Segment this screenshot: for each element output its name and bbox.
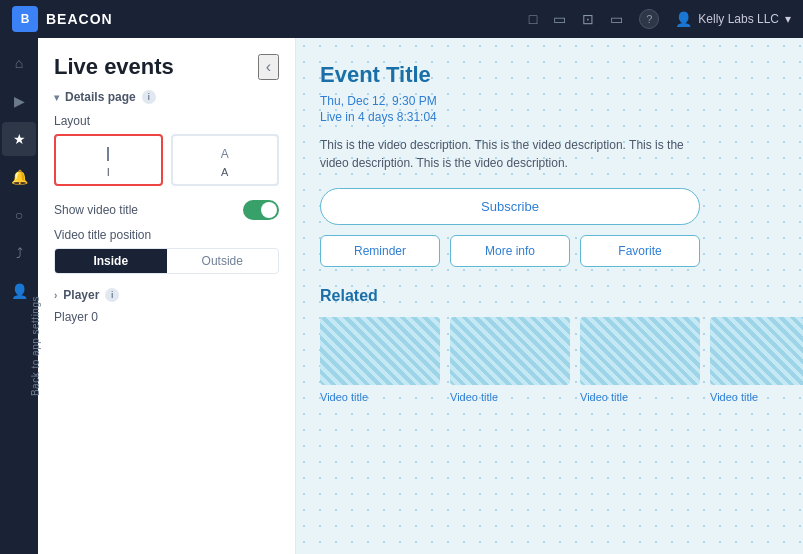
details-page-label: Details page: [65, 90, 136, 104]
video-card-3: Video title: [580, 317, 700, 404]
collapse-button[interactable]: ‹: [258, 54, 279, 80]
video-label-1: Video title: [320, 391, 368, 403]
layout-a-letter: A: [221, 147, 229, 161]
logo-text: BEACON: [46, 11, 113, 27]
layout-i-label: I: [107, 166, 110, 178]
layout-options: I A A: [54, 134, 279, 186]
video-thumbnail-1: [320, 317, 440, 385]
player-info-icon[interactable]: i: [105, 288, 119, 302]
user-icon: 👤: [675, 11, 692, 27]
desktop-icon[interactable]: ⊡: [582, 11, 594, 27]
monitor-icon[interactable]: □: [529, 11, 537, 27]
position-tabs: Inside Outside: [54, 248, 279, 274]
video-label-4: Video title: [710, 391, 758, 403]
event-description: This is the video description. This is t…: [320, 136, 700, 172]
related-videos: Video title Video title Video title Vide…: [320, 317, 779, 404]
video-card-4: Video title: [710, 317, 803, 404]
toggle-knob: [261, 202, 277, 218]
sidebar-item-share[interactable]: ⤴: [2, 236, 36, 270]
video-card-1: Video title: [320, 317, 440, 404]
player-row: Player 0: [54, 310, 279, 324]
panel-content: ▾ Details page i Layout I A A: [38, 90, 295, 554]
player-chevron-icon: ›: [54, 290, 57, 301]
back-to-app-settings[interactable]: Back to app settings: [30, 296, 41, 396]
details-page-section[interactable]: ▾ Details page i: [54, 90, 279, 104]
player-label: Player: [63, 288, 99, 302]
layout-btn-a-inner: A: [173, 142, 278, 166]
video-thumbnail-2: [450, 317, 570, 385]
page-title: Live events: [54, 54, 174, 80]
help-button[interactable]: ?: [639, 9, 659, 29]
layout-btn-i[interactable]: I: [54, 134, 163, 186]
layout-label: Layout: [54, 114, 279, 128]
video-card-2: Video title: [450, 317, 570, 404]
show-video-title-label: Show video title: [54, 203, 138, 217]
video-thumbnail-4: [710, 317, 803, 385]
subscribe-button[interactable]: Subscribe: [320, 188, 700, 225]
related-title: Related: [320, 287, 779, 305]
video-title-position-label: Video title position: [54, 228, 279, 242]
preview-area: Event Title Thu, Dec 12, 9:30 PM Live in…: [296, 38, 803, 554]
video-label-2: Video title: [450, 391, 498, 403]
action-buttons: Reminder More info Favorite: [320, 235, 700, 267]
user-label: Kelly Labs LLC: [698, 12, 779, 26]
tablet-icon[interactable]: ▭: [553, 11, 566, 27]
position-tab-outside[interactable]: Outside: [167, 249, 279, 273]
player-section[interactable]: › Player i: [54, 288, 279, 302]
sidebar-item-bell[interactable]: 🔔: [2, 160, 36, 194]
event-title: Event Title: [320, 62, 779, 88]
show-video-title-toggle[interactable]: [243, 200, 279, 220]
player-0-label: Player 0: [54, 310, 98, 324]
layout-btn-i-inner: [56, 142, 161, 166]
logo-icon: B: [12, 6, 38, 32]
sidebar-item-home[interactable]: ⌂: [2, 46, 36, 80]
reminder-button[interactable]: Reminder: [320, 235, 440, 267]
tv-icon[interactable]: ▭: [610, 11, 623, 27]
layout-a-label: A: [221, 166, 228, 178]
favorite-button[interactable]: Favorite: [580, 235, 700, 267]
sidebar-item-star[interactable]: ★: [2, 122, 36, 156]
main-layout: ⌂ ▶ ★ 🔔 ○ ⤴ 👤 Back to app settings Live …: [0, 38, 803, 554]
left-panel: Back to app settings Live events ‹ ▾ Det…: [38, 38, 296, 554]
event-date: Thu, Dec 12, 9:30 PM: [320, 94, 779, 108]
logo: B BEACON: [12, 6, 113, 32]
more-info-button[interactable]: More info: [450, 235, 570, 267]
panel-header: Live events ‹: [38, 38, 295, 90]
sidebar-item-video[interactable]: ▶: [2, 84, 36, 118]
preview-content: Event Title Thu, Dec 12, 9:30 PM Live in…: [320, 62, 779, 404]
layout-line-icon: [107, 147, 109, 161]
sidebar-item-circle[interactable]: ○: [2, 198, 36, 232]
position-tab-inside[interactable]: Inside: [55, 249, 167, 273]
event-countdown: Live in 4 days 8:31:04: [320, 110, 779, 124]
user-menu[interactable]: 👤 Kelly Labs LLC ▾: [675, 11, 791, 27]
video-thumbnail-3: [580, 317, 700, 385]
show-video-title-row: Show video title: [54, 200, 279, 220]
details-info-icon[interactable]: i: [142, 90, 156, 104]
nav-icons-group: □ ▭ ⊡ ▭ ? 👤 Kelly Labs LLC ▾: [529, 9, 791, 29]
layout-btn-a[interactable]: A A: [171, 134, 280, 186]
chevron-down-icon: ▾: [785, 12, 791, 26]
video-label-3: Video title: [580, 391, 628, 403]
details-chevron-icon: ▾: [54, 92, 59, 103]
top-nav: B BEACON □ ▭ ⊡ ▭ ? 👤 Kelly Labs LLC ▾: [0, 0, 803, 38]
